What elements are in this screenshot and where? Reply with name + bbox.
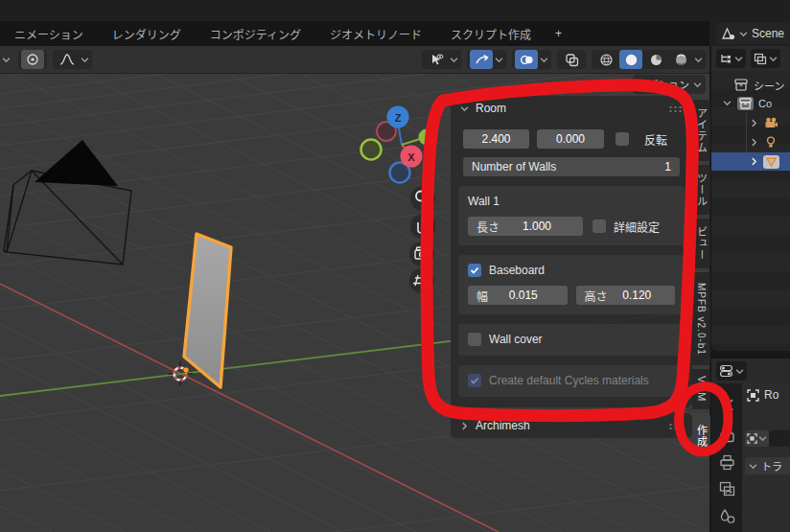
outliner-tree-icon xyxy=(719,53,732,65)
shading-wireframe-button[interactable] xyxy=(594,50,617,69)
chevron-right-icon[interactable] xyxy=(751,157,757,166)
wall-length-field[interactable]: 長さ 1.000 xyxy=(468,217,583,236)
proportional-editing-toggle[interactable] xyxy=(18,50,47,69)
perspective-toggle-button[interactable] xyxy=(409,268,434,293)
chevron-down-icon[interactable] xyxy=(495,57,503,63)
overlays-icon[interactable] xyxy=(515,50,538,69)
outliner-row-collection[interactable]: Co xyxy=(711,94,790,112)
chevron-right-icon[interactable] xyxy=(751,138,757,147)
archimesh-panel-header[interactable]: Archimesh xyxy=(451,413,692,438)
cycles-materials-checkbox[interactable] xyxy=(468,374,481,387)
falloff-dropdown[interactable] xyxy=(53,50,92,69)
outliner-display-mode-dropdown[interactable] xyxy=(716,49,746,68)
active-object-highlight xyxy=(763,155,779,169)
object-name-field[interactable] xyxy=(769,430,790,447)
output-properties-tab[interactable] xyxy=(719,454,735,471)
sidebar-tab-tool[interactable]: ツール xyxy=(692,165,710,215)
camera-view-button[interactable] xyxy=(409,242,434,266)
collection-label: Co xyxy=(758,98,772,109)
panel-grip-icon[interactable] xyxy=(668,423,684,429)
chevron-down-icon xyxy=(81,57,89,63)
properties-main: Ro トラ xyxy=(742,383,790,532)
baseboard-width-field[interactable]: 幅 0.015 xyxy=(468,286,568,305)
chevron-down-icon[interactable] xyxy=(2,57,11,63)
number-of-walls-field[interactable]: Number of Walls 1 xyxy=(463,157,680,176)
sidebar-tab-view[interactable]: ビュー xyxy=(692,219,710,268)
room-height-field[interactable]: 2.400 xyxy=(463,129,529,149)
baseboard-height-field[interactable]: 高さ 0.120 xyxy=(576,286,676,305)
gizmos-toggle-group[interactable] xyxy=(467,50,506,69)
baseboard-width-value: 0.015 xyxy=(509,289,538,302)
properties-breadcrumb[interactable]: Ro xyxy=(747,388,778,402)
sidebar-tab-item[interactable]: アイテム xyxy=(692,100,710,161)
room-panel-header[interactable]: Room xyxy=(451,96,692,121)
shading-mode-group xyxy=(592,50,706,69)
properties-editor-type-dropdown[interactable] xyxy=(716,361,747,381)
outliner-row-mesh-selected[interactable] xyxy=(711,152,790,171)
options-dropdown[interactable]: オプション xyxy=(633,75,706,94)
check-icon xyxy=(470,266,479,274)
collection-icon xyxy=(739,98,752,109)
render-properties-tab[interactable] xyxy=(719,428,735,444)
workspace-tab-compositing[interactable]: コンポジティング xyxy=(196,21,315,46)
outliner-row-camera[interactable] xyxy=(711,114,790,132)
sidebar-tab-vrm[interactable]: VRM xyxy=(692,369,710,409)
chevron-down-icon xyxy=(693,81,702,88)
chevron-down-icon[interactable] xyxy=(723,100,732,106)
add-workspace-button[interactable]: + xyxy=(546,21,571,46)
workspace-tabstrip: ニメーション レンダリング コンポジティング ジオメトリノード スクリプト作成 … xyxy=(0,21,709,46)
chevron-right-icon xyxy=(461,422,468,430)
shading-material-button[interactable] xyxy=(644,50,667,69)
chevron-down-icon[interactable] xyxy=(540,57,548,63)
outliner-row-scene-collection[interactable]: シーン xyxy=(711,76,790,94)
transform-panel-header[interactable]: トラ xyxy=(745,457,790,474)
wall-cover-box: Wall cover xyxy=(458,324,685,356)
xray-toggle[interactable] xyxy=(557,50,586,69)
scene-name: Scene xyxy=(752,27,784,40)
room-angle-field[interactable]: 0.000 xyxy=(537,129,604,149)
baseboard-checkbox[interactable] xyxy=(468,264,481,277)
gizmo-minus-y[interactable] xyxy=(361,140,382,160)
gizmo-plus-y[interactable] xyxy=(419,129,435,146)
invert-checkbox[interactable] xyxy=(616,132,629,146)
check-icon xyxy=(470,377,479,384)
workspace-tab-animation[interactable]: ニメーション xyxy=(0,21,98,46)
show-gizmo-visibility-dropdown[interactable] xyxy=(422,50,461,69)
workspace-tab-geometry-nodes[interactable]: ジオメトリノード xyxy=(315,21,436,46)
tool-properties-tab[interactable] xyxy=(719,397,735,413)
outliner-filter-dropdown[interactable] xyxy=(751,49,780,68)
gizmo-x-label: X xyxy=(407,151,415,163)
outliner[interactable]: シーン Co xyxy=(711,71,790,351)
chevron-right-icon[interactable] xyxy=(751,119,757,127)
baseboard-box: Baseboard 幅 0.015 高さ 0.120 xyxy=(458,255,685,314)
blender-window: Z X xyxy=(0,0,790,532)
scene-properties-tab[interactable] xyxy=(719,508,735,524)
chevron-down-icon[interactable] xyxy=(694,57,703,63)
baseboard-label: Baseboard xyxy=(489,264,545,277)
workspace-tab-rendering[interactable]: レンダリング xyxy=(98,21,196,46)
cursor-eye-icon xyxy=(425,50,448,69)
sidebar-tab-mpfb[interactable]: MPFB v2.0-b1 xyxy=(692,272,710,365)
properties-toggles-icon xyxy=(719,364,733,378)
view-layer-properties-tab[interactable] xyxy=(719,481,735,497)
shading-rendered-button[interactable] xyxy=(669,50,692,69)
wall-length-label: 長さ xyxy=(476,219,500,235)
outliner-row-light[interactable] xyxy=(711,133,790,151)
scene-selector[interactable]: Scene xyxy=(716,23,790,44)
wall-length-value: 1.000 xyxy=(523,220,551,233)
overlays-toggle-group[interactable] xyxy=(512,50,551,69)
sidebar-tab-create[interactable]: 作成 xyxy=(692,413,710,458)
advanced-settings-checkbox[interactable] xyxy=(592,220,606,233)
chevron-down-icon xyxy=(734,56,743,62)
panel-grip-icon[interactable] xyxy=(668,105,684,112)
object-selector-combo[interactable] xyxy=(745,430,769,447)
shading-solid-button[interactable] xyxy=(619,50,642,69)
workspace-tab-scripting[interactable]: スクリプト作成 xyxy=(436,21,546,46)
advanced-settings-label: 詳細設定 xyxy=(614,219,660,235)
wall-cover-checkbox[interactable] xyxy=(468,333,481,346)
scene-icon xyxy=(720,26,735,41)
transform-panel-title: トラ xyxy=(761,458,782,474)
gizmo-navigate-icon[interactable] xyxy=(470,50,493,69)
zoom-button[interactable] xyxy=(410,186,435,211)
pan-button[interactable] xyxy=(410,214,435,239)
